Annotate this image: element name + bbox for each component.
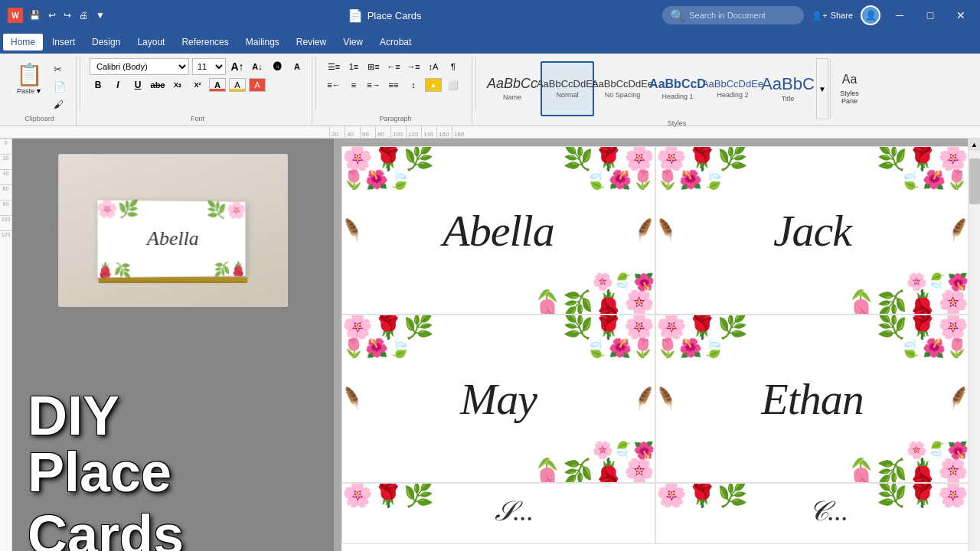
menu-layout[interactable]: Layout [129, 34, 172, 51]
show-formatting-button[interactable]: ¶ [445, 58, 462, 75]
borders-button[interactable]: ⬜ [445, 77, 462, 93]
card-name-abella: Abella [443, 205, 554, 256]
menu-mailings[interactable]: Mailings [238, 34, 287, 51]
search-icon: 🔍 [670, 8, 685, 23]
numbering-button[interactable]: 1≡ [345, 58, 362, 75]
menu-insert[interactable]: Insert [44, 34, 83, 51]
multilevel-button[interactable]: ⊞≡ [365, 58, 382, 75]
ruler-40: 40 [345, 126, 360, 138]
account-button[interactable]: 👤 [861, 5, 880, 25]
scroll-up-button[interactable]: ▲ [969, 139, 981, 151]
close-button[interactable]: ✕ [949, 5, 972, 26]
font-label: Font [191, 115, 204, 124]
scroll-thumb[interactable] [969, 158, 980, 204]
shading-button[interactable]: ▲ [425, 78, 442, 92]
highlight-color-button[interactable]: A [229, 78, 246, 92]
text-effects-button[interactable]: A [289, 58, 305, 75]
search-input[interactable] [689, 11, 796, 20]
font-color-button[interactable]: A [209, 78, 226, 92]
sort-button[interactable]: ↕A [425, 58, 442, 75]
share-button[interactable]: 👤+ Share [812, 11, 853, 21]
superscript-button[interactable]: X² [189, 77, 206, 93]
paragraph-group: ☰≡ 1≡ ⊞≡ ←≡ →≡ ↕A ¶ ≡← ≡ ≡→ ≡≡ ↕ ▲ ⬜ Par… [319, 57, 472, 126]
minimize-button[interactable]: ─ [888, 5, 911, 26]
menu-home[interactable]: Home [3, 34, 43, 51]
font-family-select[interactable]: Calibri (Body) [90, 58, 189, 75]
document-area[interactable]: ⊕ 🌸🌹🌿 🌷🌺🍃 🌸🌹🌿 🌷🌺🍃 [334, 139, 968, 551]
increase-indent-button[interactable]: →≡ [405, 58, 422, 75]
font-size-select[interactable]: 11 [192, 58, 226, 75]
italic-button[interactable]: I [109, 77, 126, 93]
search-box[interactable]: 🔍 [662, 6, 804, 24]
style-name-label: Name [503, 93, 521, 101]
style-heading1[interactable]: AaBbCcD Heading 1 [651, 61, 704, 116]
styles-pane-button[interactable]: Aa Styles Pane [830, 58, 868, 119]
align-left-button[interactable]: ≡← [325, 77, 342, 93]
line-spacing-button[interactable]: ↕ [405, 77, 422, 93]
diy-line2: Place Cards [28, 441, 318, 551]
copy-button[interactable]: 📄 [50, 79, 70, 95]
paste-icon: 📋 [16, 62, 43, 87]
left-ruler: 0 20 40 60 80 100 120 [0, 139, 12, 551]
styles-pane-label: Styles Pane [834, 90, 865, 105]
style-title[interactable]: AaBbC Title [761, 61, 815, 116]
more-qa-button[interactable]: ▼ [94, 10, 106, 21]
menu-bar: Home Insert Design Layout References Mai… [0, 31, 980, 54]
menu-review[interactable]: Review [289, 34, 334, 51]
paste-button[interactable]: 📋 Paste ▼ [9, 58, 50, 99]
bullets-button[interactable]: ☰≡ [325, 58, 342, 75]
title-bar-right: 🔍 👤+ Share 👤 ─ □ ✕ [662, 5, 972, 26]
place-card-may: 🌸🌹🌿 🌷🌺🍃 🌸🌹🌿 🌷🌺🍃 🪶 🪶 [341, 315, 655, 483]
bold-button[interactable]: B [90, 77, 106, 93]
card-name-jack: Jack [773, 205, 851, 256]
decrease-indent-button[interactable]: ←≡ [385, 58, 402, 75]
align-center-button[interactable]: ≡ [345, 77, 362, 93]
ruler-100: 100 [390, 126, 406, 138]
menu-view[interactable]: View [335, 34, 371, 51]
divider-1 [80, 57, 80, 110]
print-button[interactable]: 🖨 [77, 10, 90, 21]
ruler-marks: 20 40 60 80 100 120 140 160 180 [329, 126, 467, 138]
styles-scroll-button[interactable]: ▼ [816, 58, 828, 119]
place-card-5: 🌸🌹🌿 𝒮... [341, 483, 655, 544]
style-name[interactable]: AaBbCc Name [485, 61, 539, 116]
style-normal[interactable]: AaBbCcDdEe Normal [541, 61, 594, 116]
place-card-ethan: 🌸🌹🌿 🌷🌺🍃 🌸🌹🌿 🌷🌺🍃 🪶 🪶 [655, 315, 968, 483]
underline-button[interactable]: U [129, 77, 146, 93]
styles-group: AaBbCc Name AaBbCcDdEe Normal AaBbCcDdEe… [479, 57, 874, 126]
vertical-scrollbar[interactable]: ▲ ▼ [968, 139, 980, 551]
ruler-120: 120 [406, 126, 421, 138]
styles-ribbon: AaBbCc Name AaBbCcDdEe Normal AaBbCcDdEe… [485, 58, 868, 119]
save-button[interactable]: 💾 [28, 10, 42, 21]
font-group: Calibri (Body) 11 A↑ A↓ 🅐 A B I U abc X₂… [83, 57, 312, 126]
strikethrough-button[interactable]: abc [149, 77, 166, 93]
thumbnail-panel: 🌸🌿 🌸🌿 🌹🌿 🌹🌿 Abella DIY Place Cards [12, 139, 334, 551]
menu-design[interactable]: Design [84, 34, 128, 51]
style-title-label: Title [782, 95, 795, 103]
decrease-font-button[interactable]: A↓ [249, 58, 266, 75]
card-name-ethan: Ethan [761, 373, 864, 425]
place-cards-grid: 🌸🌹🌿 🌷🌺🍃 🌸🌹🌿 🌷🌺🍃 🪶 🪶 [341, 146, 968, 551]
clear-formatting-button[interactable]: 🅐 [269, 58, 286, 75]
align-right-button[interactable]: ≡→ [365, 77, 382, 93]
ruler-180: 180 [452, 126, 467, 138]
redo-button[interactable]: ↪ [62, 10, 73, 21]
share-icon: 👤+ [812, 11, 827, 21]
format-painter-button[interactable]: 🖌 [50, 96, 70, 112]
maximize-button[interactable]: □ [919, 5, 942, 26]
subscript-button[interactable]: X₂ [169, 77, 186, 93]
style-no-spacing[interactable]: AaBbCcDdEe No Spacing [596, 61, 649, 116]
text-color-button[interactable]: A [249, 78, 266, 92]
paste-label: Paste [17, 87, 34, 95]
justify-button[interactable]: ≡≡ [385, 77, 402, 93]
style-heading2[interactable]: AaBbCcDdEe Heading 2 [706, 61, 760, 116]
place-card-6: 🌸🌹🌿 🌸🌹🌿 𝒞... [655, 483, 968, 544]
menu-references[interactable]: References [174, 34, 236, 51]
menu-acrobat[interactable]: Acrobat [372, 34, 419, 51]
undo-button[interactable]: ↩ [47, 10, 57, 21]
thumbnail-image: 🌸🌿 🌸🌿 🌹🌿 🌹🌿 Abella [58, 154, 288, 307]
increase-font-button[interactable]: A↑ [229, 58, 246, 75]
ruler-80: 80 [375, 126, 390, 138]
cut-button[interactable]: ✂ [50, 61, 70, 77]
divider-3 [475, 57, 476, 110]
